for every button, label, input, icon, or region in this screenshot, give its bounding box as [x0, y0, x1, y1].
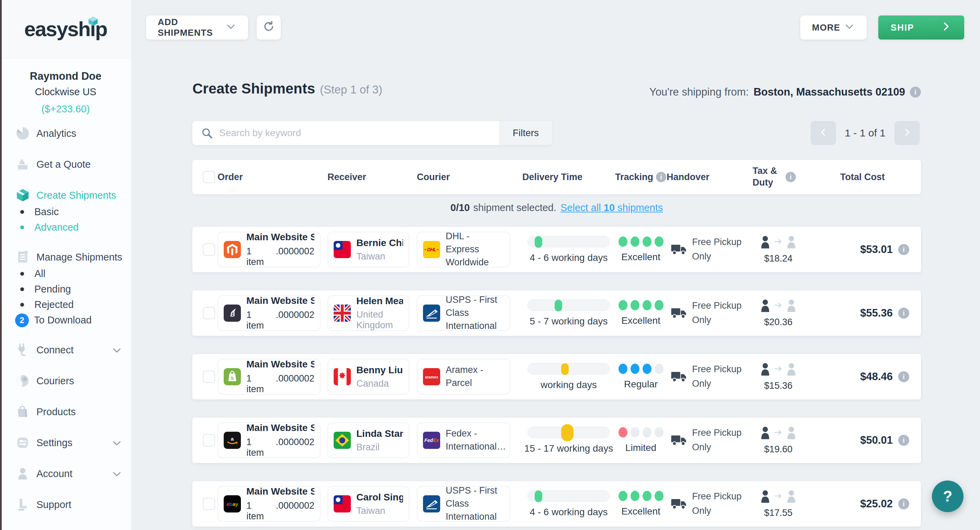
row-checkbox[interactable] — [203, 244, 215, 256]
courier-card[interactable]: DHLDHL - Express Worldwide — [417, 232, 510, 267]
info-icon[interactable] — [786, 172, 796, 182]
svg-text:B: B — [230, 311, 235, 318]
select-all-link[interactable]: Select all 10 shipments — [560, 202, 663, 213]
refresh-button[interactable] — [257, 16, 281, 40]
receiver-card[interactable]: Bernie ChiuTaiwan — [328, 232, 409, 267]
info-icon[interactable] — [898, 244, 909, 255]
amazon-icon: a — [224, 432, 241, 449]
select-all-checkbox[interactable] — [203, 171, 215, 183]
sidebar-item-products[interactable]: Products — [0, 403, 131, 421]
info-icon[interactable] — [898, 371, 909, 382]
select-all-suffix: shipments — [615, 202, 663, 213]
add-shipments-button[interactable]: ADD SHIPMENTS — [146, 16, 248, 40]
help-fab-button[interactable]: ? — [932, 481, 964, 512]
sidebar-item-pending[interactable]: Pending — [0, 282, 131, 297]
taiwan-flag-icon — [334, 495, 351, 512]
courier-card[interactable]: USPS - First Class International — [417, 295, 510, 331]
tracking-dot — [643, 491, 652, 501]
next-page-button[interactable] — [894, 121, 920, 145]
ship-label: SHIP — [891, 22, 914, 33]
table-row: BMain Website St…1 item.0000002Helen Mea… — [192, 290, 921, 336]
total-cost: $50.01 — [860, 434, 893, 446]
sidebar-subitem-label: Rejected — [34, 299, 73, 310]
store-name: Main Website St… — [247, 486, 314, 497]
sidebar-item-all[interactable]: All — [0, 266, 131, 282]
sidebar-nav: AnalyticsGet a QuoteCreate ShipmentsBasi… — [0, 122, 131, 514]
sidebar-item-advanced[interactable]: Advanced — [0, 220, 131, 235]
nav-group: Get a Quote — [0, 155, 131, 173]
tracking-rating: Regular — [624, 379, 658, 390]
courier-name: Fedex - International… — [445, 427, 506, 454]
receiver-card[interactable]: Carol SingTaiwan — [328, 486, 409, 522]
sidebar-item-analytics[interactable]: Analytics — [0, 124, 131, 142]
search-input[interactable] — [219, 121, 499, 145]
more-button[interactable]: MORE — [800, 16, 867, 40]
delivery-progress-dot — [555, 300, 562, 311]
order-card[interactable]: BMain Website St…1 item.0000002 — [218, 295, 321, 331]
delivery-progress-bar — [527, 299, 610, 311]
shipment-rows: Main Website St…1 item.0000002Bernie Chi… — [192, 227, 921, 530]
sidebar-item-settings[interactable]: Settings — [0, 434, 131, 452]
search-icon — [192, 127, 219, 139]
nav-group: Analytics — [0, 124, 131, 142]
couriers-icon — [15, 373, 30, 388]
sidebar-item-support[interactable]: Support — [0, 496, 131, 514]
filters-button[interactable]: Filters — [499, 121, 552, 145]
svg-text:ebay: ebay — [226, 501, 239, 507]
sidebar-item-create-shipments[interactable]: Create Shipments — [0, 186, 131, 204]
sidebar-item-label: Account — [37, 468, 73, 479]
sidebar-item-connect[interactable]: Connect — [0, 341, 131, 359]
courier-card[interactable]: FedExFedex - International… — [417, 422, 510, 458]
sidebar-item-to-download[interactable]: 2To Download — [0, 312, 131, 328]
receiver-card[interactable]: Linda StanBrazil — [328, 422, 409, 458]
courier-card[interactable]: aramexAramex - Parcel — [417, 359, 510, 395]
info-icon[interactable] — [656, 172, 666, 182]
sidebar-item-basic[interactable]: Basic — [0, 204, 131, 220]
logo-cube-icon — [88, 10, 99, 21]
sidebar-item-account[interactable]: Account — [0, 465, 131, 482]
sidebar-item-couriers[interactable]: Couriers — [0, 372, 131, 390]
order-card[interactable]: ebayMain Website St…1 item.0000002 — [218, 486, 321, 522]
order-card[interactable]: SMain Website St…1 item.0000002 — [218, 359, 321, 395]
column-header-delivery-time: Delivery Time — [522, 172, 582, 183]
info-icon[interactable] — [898, 308, 909, 318]
delivery-progress-dot — [561, 424, 573, 441]
table-row: ebayMain Website St…1 item.0000002Carol … — [192, 481, 921, 527]
info-icon[interactable] — [898, 498, 909, 509]
info-icon[interactable] — [898, 435, 909, 446]
chevron-right-icon — [902, 127, 912, 139]
ship-button[interactable]: SHIP — [878, 16, 964, 40]
select-all-prefix: Select all — [560, 202, 604, 213]
courier-card[interactable]: USPS - First Class International — [417, 486, 510, 522]
tax-duty-value: $19.60 — [764, 444, 793, 455]
receiver-name: Linda Stan — [356, 428, 403, 439]
bullet-icon — [20, 303, 24, 307]
prev-page-button[interactable] — [811, 121, 836, 145]
info-icon[interactable] — [910, 87, 921, 98]
tracking-dot — [655, 237, 663, 247]
sidebar-item-manage-shipments[interactable]: Manage Shipments — [0, 248, 131, 266]
row-checkbox[interactable] — [203, 307, 215, 319]
sidebar-item-get-a-quote[interactable]: Get a Quote — [0, 155, 131, 173]
order-card[interactable]: aMain Website St…1 item.0000002 — [218, 422, 321, 458]
sidebar-item-label: Create Shipments — [37, 190, 116, 201]
receiver-card[interactable]: Benny LiuCanada — [328, 359, 409, 395]
receiver-card[interactable]: Helen Mea..United Kingdom — [328, 295, 409, 331]
pagination-range: 1 - 1 of 1 — [845, 127, 886, 139]
items-count: 1 item — [247, 437, 264, 458]
row-checkbox[interactable] — [203, 371, 215, 383]
receiver-country: Canada — [356, 379, 403, 389]
order-card[interactable]: Main Website St…1 item.0000002 — [218, 232, 321, 267]
tracking-rating: Excellent — [621, 506, 660, 517]
tracking-dot — [630, 237, 640, 247]
sidebar-item-rejected[interactable]: Rejected — [0, 297, 131, 312]
chevron-down-icon — [226, 21, 236, 34]
items-count: 1 item — [247, 500, 264, 522]
chevron-down-icon — [111, 438, 123, 450]
selection-count: 0/10 — [450, 202, 470, 213]
row-checkbox[interactable] — [203, 434, 215, 446]
ebay-icon: ebay — [224, 495, 241, 512]
store-name: Main Website St… — [247, 422, 314, 433]
svg-text:FedEx: FedEx — [424, 438, 439, 443]
row-checkbox[interactable] — [203, 498, 215, 510]
